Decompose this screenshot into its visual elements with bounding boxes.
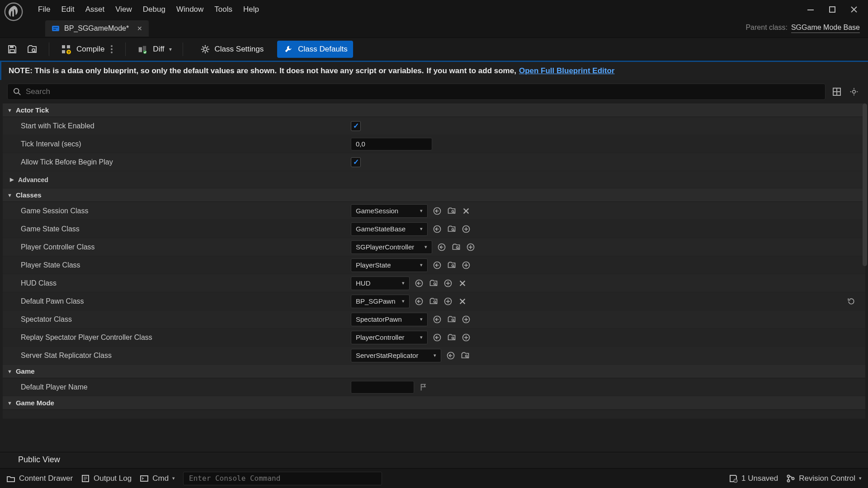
settings-gear-icon[interactable] [847, 85, 861, 99]
row-advanced[interactable]: ▶ Advanced [3, 171, 865, 188]
class-dropdown[interactable]: PlayerController ▾ [351, 331, 428, 344]
content-drawer-label: Content Drawer [19, 474, 73, 483]
use-icon[interactable] [432, 224, 442, 234]
open-full-editor-link[interactable]: Open Full Blueprint Editor [519, 66, 615, 75]
add-icon[interactable] [461, 333, 471, 343]
category-game-mode[interactable]: ▼ Game Mode [3, 396, 865, 410]
browse-icon[interactable] [429, 278, 439, 288]
svg-rect-5 [52, 26, 59, 31]
dropdown-value: HUD [356, 279, 371, 287]
browse-icon[interactable] [447, 260, 457, 270]
use-icon[interactable] [414, 296, 424, 306]
class-defaults-button[interactable]: Class Defaults [277, 41, 353, 58]
save-icon[interactable] [6, 43, 18, 55]
text-input[interactable] [351, 381, 414, 394]
checkbox[interactable]: ✓ [351, 157, 361, 167]
svg-rect-13 [67, 45, 70, 48]
checkbox[interactable]: ✓ [351, 121, 361, 131]
clear-icon[interactable] [458, 278, 467, 288]
class-settings-button[interactable]: Class Settings [194, 41, 269, 58]
class-dropdown[interactable]: BP_SGPawn ▾ [351, 295, 410, 308]
svg-line-28 [207, 46, 208, 47]
svg-point-63 [434, 282, 435, 284]
browse-icon[interactable] [447, 224, 457, 234]
svg-rect-14 [62, 50, 65, 53]
compile-options-icon[interactable] [109, 43, 114, 55]
svg-point-99 [788, 475, 790, 477]
close-icon[interactable] [848, 4, 860, 15]
chevron-down-icon: ▾ [402, 298, 405, 304]
menu-tools[interactable]: Tools [214, 5, 232, 14]
svg-point-71 [434, 300, 435, 302]
diff-button[interactable]: Diff ▾ [137, 43, 171, 55]
class-dropdown[interactable]: SGPlayerController ▾ [351, 240, 432, 254]
output-log-button[interactable]: Output Log [81, 474, 132, 483]
flag-icon[interactable] [419, 382, 429, 392]
clear-icon[interactable] [458, 296, 467, 306]
diff-icon [137, 43, 148, 55]
details-panel[interactable]: ▼ Actor Tick Start with Tick Enabled ✓ T… [0, 103, 868, 452]
category-classes[interactable]: ▼ Classes [3, 188, 865, 202]
menu-edit[interactable]: Edit [61, 5, 74, 14]
category-actor-tick[interactable]: ▼ Actor Tick [3, 103, 865, 117]
use-icon[interactable] [432, 260, 442, 270]
class-dropdown[interactable]: SpectatorPawn ▾ [351, 313, 428, 326]
parent-class: Parent class: SGGame Mode Base [745, 23, 868, 33]
class-dropdown[interactable]: GameSession ▾ [351, 204, 428, 218]
class-dropdown[interactable]: GameStateBase ▾ [351, 222, 428, 236]
dropdown-value: SGPlayerController [356, 243, 414, 251]
category-game[interactable]: ▼ Game [3, 365, 865, 378]
add-icon[interactable] [466, 242, 476, 252]
search-input[interactable] [26, 87, 820, 96]
maximize-icon[interactable] [826, 4, 838, 15]
search-box[interactable] [7, 84, 826, 100]
row-actions [414, 296, 467, 306]
browse-icon[interactable] [26, 43, 38, 55]
use-icon[interactable] [432, 333, 442, 343]
content-drawer-button[interactable]: Content Drawer [6, 474, 73, 483]
unsaved-label: 1 Unsaved [741, 474, 778, 483]
advanced-label: Advanced [18, 176, 48, 183]
browse-icon[interactable] [451, 242, 461, 252]
menu-help[interactable]: Help [243, 5, 259, 14]
use-icon[interactable] [432, 314, 442, 324]
use-icon[interactable] [432, 206, 442, 216]
tab-close-icon[interactable]: ✕ [137, 25, 142, 32]
unsaved-button[interactable]: 1 Unsaved [729, 474, 778, 483]
add-icon[interactable] [443, 296, 453, 306]
menu-view[interactable]: View [115, 5, 132, 14]
scrollbar[interactable] [863, 103, 867, 266]
add-icon[interactable] [443, 278, 453, 288]
clear-icon[interactable] [461, 206, 471, 216]
menu-file[interactable]: File [38, 5, 50, 14]
browse-icon[interactable] [447, 206, 457, 216]
compile-button[interactable]: ? Compile [60, 43, 114, 55]
browse-icon[interactable] [447, 314, 457, 324]
revision-control-button[interactable]: Revision Control ▾ [786, 474, 862, 483]
browse-icon[interactable] [429, 296, 439, 306]
use-icon[interactable] [414, 278, 424, 288]
console-input[interactable] [183, 472, 382, 485]
browse-icon[interactable] [460, 351, 470, 361]
add-icon[interactable] [461, 224, 471, 234]
minimize-icon[interactable] [805, 4, 816, 15]
revert-icon[interactable] [846, 296, 856, 306]
number-input[interactable] [351, 138, 432, 150]
cmd-dropdown[interactable]: Cmd ▾ [140, 474, 175, 483]
row-server_stat: Server Stat Replicator Class ServerStatR… [3, 347, 865, 365]
grid-view-icon[interactable] [830, 85, 844, 99]
use-icon[interactable] [437, 242, 447, 252]
use-icon[interactable] [446, 351, 456, 361]
tab-blueprint[interactable]: BP_SGGameMode* ✕ [45, 20, 149, 37]
parent-class-value[interactable]: SGGame Mode Base [791, 23, 860, 33]
browse-icon[interactable] [447, 333, 457, 343]
class-dropdown[interactable]: HUD ▾ [351, 277, 410, 290]
public-view-label[interactable]: Public View [0, 452, 868, 468]
menu-debug[interactable]: Debug [143, 5, 165, 14]
class-dropdown[interactable]: PlayerState ▾ [351, 258, 428, 272]
add-icon[interactable] [461, 314, 471, 324]
class-dropdown[interactable]: ServerStatReplicator ▾ [351, 349, 441, 362]
add-icon[interactable] [461, 260, 471, 270]
menu-window[interactable]: Window [176, 5, 203, 14]
menu-asset[interactable]: Asset [85, 5, 105, 14]
